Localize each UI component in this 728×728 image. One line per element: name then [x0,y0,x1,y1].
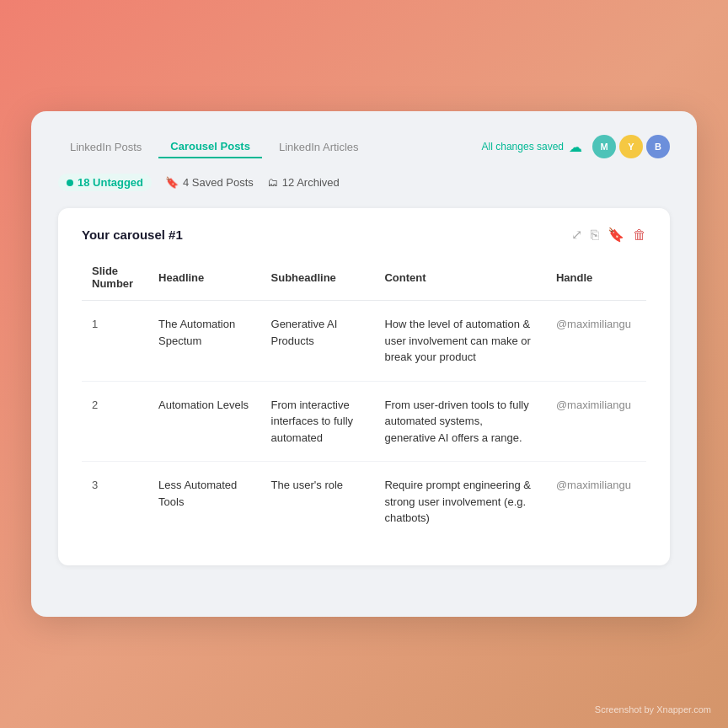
cell-content: How the level of automation & user invol… [374,301,545,382]
untagged-label: 18 Untagged [78,176,143,189]
tab-linkedin-articles[interactable]: LinkedIn Articles [267,136,371,158]
archived-label: 12 Archived [282,176,340,189]
cloud-icon: ☁ [569,139,582,155]
carousel-actions: ⤢ ⎘ 🔖 🗑 [571,227,646,243]
screenshot-credit: Screenshot by Xnapper.com [595,704,711,715]
col-slide-number: Slide Number [82,258,148,301]
carousel-header: Your carousel #1 ⤢ ⎘ 🔖 🗑 [82,227,646,243]
table-row: 2 Automation Levels From interactive int… [82,381,646,462]
cell-subheadline: The user's role [261,462,375,542]
carousel-box: Your carousel #1 ⤢ ⎘ 🔖 🗑 Slide Number He… [58,208,670,565]
table-row: 3 Less Automated Tools The user's role R… [82,462,646,542]
avatar-y: Y [619,135,643,158]
bookmark-icon: 🔖 [165,176,179,189]
cell-subheadline: Generative AI Products [261,301,375,382]
col-handle: Handle [546,258,646,301]
tab-bar: LinkedIn Posts Carousel Posts LinkedIn A… [58,136,371,158]
save-status: All changes saved ☁ [482,139,582,155]
col-content: Content [374,258,545,301]
avatar-m: M [592,135,616,158]
avatar-b: B [646,135,670,158]
saved-label: 4 Saved Posts [183,176,254,189]
col-subheadline: Subheadline [261,258,375,301]
cell-slide-num: 3 [82,462,148,542]
col-headline: Headline [148,258,260,301]
cell-handle: @maximiliangu [546,301,646,382]
top-bar: LinkedIn Posts Carousel Posts LinkedIn A… [58,135,670,158]
cell-slide-num: 1 [82,301,148,382]
filter-archived[interactable]: 🗂 12 Archived [267,176,340,189]
filter-saved[interactable]: 🔖 4 Saved Posts [165,176,254,189]
bookmark-action-icon[interactable]: 🔖 [608,227,624,243]
carousel-table: Slide Number Headline Subheadline Conten… [82,258,646,542]
carousel-title: Your carousel #1 [82,228,183,242]
cell-headline: Automation Levels [148,381,260,462]
filter-untagged[interactable]: 18 Untagged [58,174,152,191]
table-header-row: Slide Number Headline Subheadline Conten… [82,258,646,301]
archive-icon: 🗂 [267,176,278,189]
top-right: All changes saved ☁ M Y B [482,135,670,158]
cell-subheadline: From interactive interfaces to fully aut… [261,381,375,462]
cell-content: Require prompt engineering & strong user… [374,462,545,542]
main-card: LinkedIn Posts Carousel Posts LinkedIn A… [31,111,697,617]
tab-carousel-posts[interactable]: Carousel Posts [158,136,262,158]
save-status-text: All changes saved [482,141,564,153]
cell-slide-num: 2 [82,381,148,462]
cell-handle: @maximiliangu [546,381,646,462]
expand-icon[interactable]: ⤢ [571,227,582,243]
cell-headline: The Automation Spectum [148,301,260,382]
table-row: 1 The Automation Spectum Generative AI P… [82,301,646,382]
cell-handle: @maximiliangu [546,462,646,542]
cell-content: From user-driven tools to fully automate… [374,381,545,462]
tab-linkedin-posts[interactable]: LinkedIn Posts [58,136,153,158]
untagged-dot [67,179,73,186]
delete-icon[interactable]: 🗑 [633,228,646,243]
copy-icon[interactable]: ⎘ [591,228,599,243]
filter-bar: 18 Untagged 🔖 4 Saved Posts 🗂 12 Archive… [58,174,670,191]
cell-headline: Less Automated Tools [148,462,260,542]
avatars-group: M Y B [592,135,670,158]
